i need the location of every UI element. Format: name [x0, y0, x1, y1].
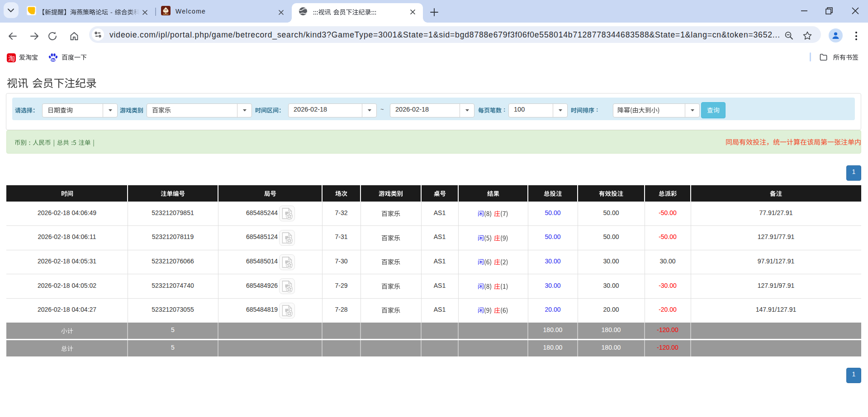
svg-text:du: du: [51, 58, 56, 62]
